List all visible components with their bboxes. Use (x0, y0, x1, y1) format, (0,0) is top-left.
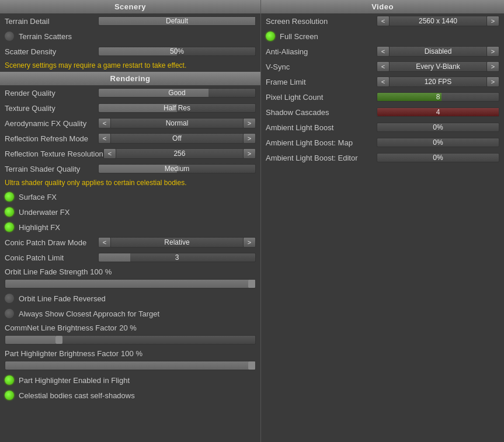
part-highlight-slider[interactable] (5, 361, 256, 370)
terrain-shader-value: Medium (165, 165, 190, 173)
screen-resolution-left-btn[interactable]: < (377, 16, 390, 26)
part-highlight-enabled-indicator[interactable] (5, 375, 14, 385)
render-quality-row: Render Quality Good (0, 85, 260, 100)
orbit-fade-slider-row (0, 278, 260, 291)
conic-patch-limit-slider[interactable]: 3 (98, 253, 256, 262)
vsync-control: < Every V-Blank > (377, 61, 499, 72)
conic-patch-mode-label: Conic Patch Draw Mode (5, 238, 98, 247)
aero-fx-value: Normal (111, 118, 243, 128)
aero-fx-row: Aerodynamic FX Quality < Normal > (0, 116, 260, 131)
anti-aliasing-right-btn[interactable]: > (486, 46, 499, 57)
celestial-shadows-label: Celestial bodies cast self-shadows (19, 391, 135, 400)
underwater-fx-indicator[interactable] (5, 207, 14, 217)
orbit-fade-reversed-label: Orbit Line Fade Reversed (19, 294, 106, 303)
terrain-detail-control: Default (98, 16, 256, 26)
texture-quality-slider[interactable]: Half Res (98, 103, 256, 113)
orbit-fade-percent: 100 % (90, 267, 112, 276)
reflection-refresh-left-btn[interactable]: < (98, 133, 111, 144)
render-quality-slider[interactable]: Good (98, 88, 256, 98)
reflection-texture-value: 256 (116, 148, 243, 159)
always-show-closest-indicator[interactable] (5, 309, 14, 318)
frame-limit-value: 120 FPS (390, 76, 486, 87)
pixel-light-value: 8 (436, 93, 440, 101)
main-container: Scenery Terrain Detail Default Terrain S… (0, 0, 504, 442)
commnet-label-row: CommNet Line Brightness Factor 20 % (0, 321, 260, 334)
commnet-slider[interactable] (5, 335, 256, 344)
reflection-texture-control: < 256 > (103, 148, 256, 159)
reflection-refresh-control: < Off > (98, 133, 256, 144)
render-quality-value: Good (168, 89, 185, 97)
celestial-shadows-indicator[interactable] (5, 391, 14, 400)
scatter-density-label: Scatter Density (5, 47, 98, 56)
reflection-refresh-right-btn[interactable]: > (243, 133, 256, 144)
conic-patch-limit-row: Conic Patch Limit 3 (0, 250, 260, 265)
reflection-refresh-value: Off (111, 133, 243, 144)
frame-limit-right-btn[interactable]: > (486, 76, 499, 87)
texture-quality-row: Texture Quality Half Res (0, 100, 260, 116)
shadow-cascades-bar[interactable]: 4 (377, 107, 499, 117)
terrain-shader-control: Medium (98, 164, 256, 173)
commnet-label: CommNet Line Brightness Factor (5, 323, 117, 332)
underwater-fx-label: Underwater FX (19, 208, 69, 217)
orbit-fade-slider[interactable] (5, 279, 256, 288)
highlight-fx-row: Highlight FX (0, 220, 260, 235)
highlight-fx-indicator[interactable] (5, 222, 14, 232)
aero-fx-left-btn[interactable]: < (98, 118, 111, 128)
part-highlight-percent: 100 % (121, 349, 142, 358)
screen-resolution-row: Screen Resolution < 2560 x 1440 > (261, 13, 504, 29)
surface-fx-row: Surface FX (0, 189, 260, 204)
conic-patch-mode-right-btn[interactable]: > (243, 237, 256, 248)
reflection-refresh-row: Reflection Refresh Mode < Off > (0, 131, 260, 146)
vsync-row: V-Sync < Every V-Blank > (261, 59, 504, 74)
scatter-density-value: 50% (170, 47, 184, 55)
underwater-fx-row: Underwater FX (0, 204, 260, 220)
anti-aliasing-row: Anti-Aliasing < Disabled > (261, 44, 504, 59)
reflection-texture-label: Reflection Texture Resolution (5, 149, 103, 158)
scatter-density-slider[interactable]: 50% (98, 47, 256, 56)
conic-patch-limit-value: 3 (175, 253, 179, 262)
conic-patch-mode-left-btn[interactable]: < (98, 237, 111, 248)
left-panel: Scenery Terrain Detail Default Terrain S… (0, 0, 261, 442)
orbit-fade-label-row: Orbit Line Fade Strength 100 % (0, 265, 260, 278)
full-screen-row: Full Screen (261, 29, 504, 44)
frame-limit-label: Frame Limit (266, 78, 377, 86)
vsync-left-btn[interactable]: < (377, 61, 390, 72)
ambient-boost-map-bar[interactable]: 0% (377, 138, 499, 147)
frame-limit-left-btn[interactable]: < (377, 76, 390, 87)
conic-patch-mode-row: Conic Patch Draw Mode < Relative > (0, 235, 260, 250)
ambient-boost-label: Ambient Light Boost (266, 123, 377, 132)
part-highlight-label-row: Part Highlighter Brightness Factor 100 % (0, 347, 260, 360)
full-screen-label: Full Screen (280, 32, 318, 41)
aero-fx-right-btn[interactable]: > (243, 118, 256, 128)
vsync-value: Every V-Blank (390, 61, 486, 72)
orbit-fade-reversed-indicator[interactable] (5, 294, 14, 303)
screen-resolution-right-btn[interactable]: > (486, 16, 499, 26)
pixel-light-label: Pixel Light Count (266, 93, 377, 102)
anti-aliasing-left-btn[interactable]: < (377, 46, 390, 57)
vsync-right-btn[interactable]: > (486, 61, 499, 72)
ambient-boost-map-row: Ambient Light Boost: Map 0% (261, 135, 504, 150)
ambient-boost-map-label: Ambient Light Boost: Map (266, 138, 377, 147)
ambient-boost-editor-row: Ambient Light Boost: Editor 0% (261, 150, 504, 165)
anti-aliasing-control: < Disabled > (377, 46, 499, 57)
surface-fx-indicator[interactable] (5, 192, 14, 201)
ambient-boost-editor-label: Ambient Light Boost: Editor (266, 154, 377, 162)
shadow-cascades-value: 4 (436, 108, 440, 116)
anti-aliasing-label: Anti-Aliasing (266, 47, 377, 56)
reflection-texture-right-btn[interactable]: > (243, 148, 256, 159)
terrain-scatters-label: Terrain Scatters (19, 32, 72, 41)
shadow-cascades-row: Shadow Cascades 4 (261, 105, 504, 120)
conic-patch-mode-control: < Relative > (98, 237, 256, 248)
reflection-texture-left-btn[interactable]: < (103, 148, 116, 159)
terrain-detail-slider[interactable]: Default (98, 16, 256, 26)
ambient-boost-editor-bar[interactable]: 0% (377, 153, 499, 162)
terrain-scatters-row: Terrain Scatters (0, 29, 260, 44)
terrain-scatters-indicator[interactable] (5, 32, 14, 41)
ambient-boost-bar[interactable]: 0% (377, 123, 499, 132)
terrain-shader-slider[interactable]: Medium (98, 164, 256, 173)
aero-fx-control: < Normal > (98, 118, 256, 128)
pixel-light-bar[interactable]: 8 (377, 92, 499, 102)
aero-fx-label: Aerodynamic FX Quality (5, 119, 98, 128)
terrain-shader-row: Terrain Shader Quality Medium (0, 161, 260, 176)
full-screen-indicator[interactable] (266, 32, 275, 41)
